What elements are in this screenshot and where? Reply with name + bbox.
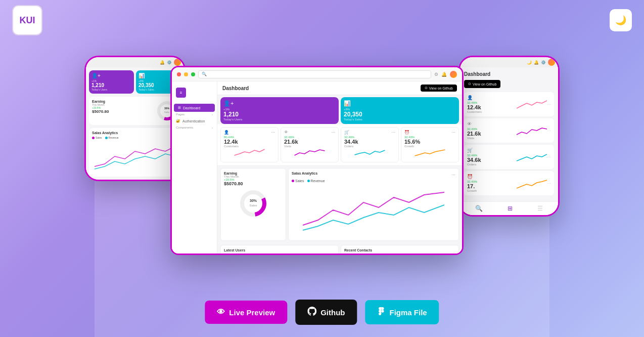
right-visits-wave bbox=[517, 124, 547, 137]
growth-menu[interactable]: ··· bbox=[451, 130, 455, 135]
right-stat-visits-left: 👁 32.40% 21.6k Visits bbox=[467, 121, 517, 140]
avatar-right bbox=[548, 59, 555, 66]
stat-visits: 👁 ··· 32.46% 21.6k Visits bbox=[281, 127, 339, 162]
right-stat-orders: 🛒 32.46% 34.6k Orders ··· bbox=[464, 145, 554, 169]
analytics-menu[interactable]: ··· bbox=[451, 172, 455, 177]
revenue-label: Revenue bbox=[109, 136, 119, 139]
chevron-down-icon-2: › bbox=[212, 126, 213, 129]
earning-card-center: Earning This Month +20.5% $5070.80 30% S… bbox=[220, 168, 286, 241]
browser-bar: 🔍 ⚙ 🔔 bbox=[172, 67, 462, 81]
github-button[interactable]: Github bbox=[295, 300, 357, 325]
center-sales-dot bbox=[292, 180, 294, 182]
right-visits-menu[interactable]: ··· bbox=[547, 128, 551, 133]
right-customers-menu[interactable]: ··· bbox=[547, 102, 551, 107]
sidebar-logo-area: ≡ bbox=[172, 86, 217, 100]
legend-sales: Sales bbox=[92, 136, 102, 139]
right-customers-label: Customers bbox=[467, 110, 517, 113]
github-logo-icon bbox=[307, 307, 316, 318]
stat-orders: 🛒 ··· 32.46% 34.4k Orders bbox=[341, 127, 399, 162]
right-growth-menu[interactable]: ··· bbox=[547, 181, 551, 186]
sales-card-label: Today's Sales bbox=[344, 118, 456, 121]
browser-icon-1: ⚙ bbox=[434, 72, 438, 77]
right-orders-value: 34.6k bbox=[467, 157, 517, 163]
sales-card-icon: 📊 bbox=[344, 100, 456, 107]
right-phone: 🌙 🔔 ⚙️ Dashboard ⊙ View on Github 👤 32.4… bbox=[458, 56, 560, 217]
left-users-label: Today's Users bbox=[91, 88, 131, 91]
visits-wave bbox=[284, 148, 335, 158]
bottom-buttons: 👁 Live Preview Github Figma File bbox=[205, 300, 439, 325]
live-preview-button[interactable]: 👁 Live Preview bbox=[205, 301, 287, 324]
right-stat-growth-left: ⏰ 32.40% 17. Growth bbox=[467, 174, 517, 192]
right-growth-value: 17. bbox=[467, 183, 517, 189]
latest-users-title: Latest Users bbox=[224, 248, 335, 252]
users-card-pct: +1% bbox=[223, 108, 336, 111]
sidebar-pages[interactable]: Pages › bbox=[172, 112, 217, 117]
visits-menu[interactable]: ··· bbox=[331, 130, 335, 135]
left-earning-card: Earning This Month +20.5% $5070.80 30% S… bbox=[89, 97, 181, 125]
sidebar-components-label: Components bbox=[176, 126, 193, 129]
customers-menu[interactable]: ··· bbox=[271, 130, 275, 135]
stat-growth: ⏰ ··· 32.40% 15.6% Growth bbox=[401, 127, 459, 162]
right-view-github-label: View on Github bbox=[473, 82, 496, 86]
sidebar-item-dashboard[interactable]: ⊞ Dashboard bbox=[174, 104, 215, 112]
figma-button[interactable]: Figma File bbox=[365, 300, 439, 324]
sidebar-item-auth[interactable]: 🔐 Authentication bbox=[172, 117, 217, 125]
right-growth-icon: ⏰ bbox=[467, 174, 517, 179]
view-github-button[interactable]: ⊙ View on Github bbox=[421, 85, 457, 92]
right-dash-body: Dashboard ⊙ View on Github 👤 32.46% 12.4… bbox=[460, 67, 558, 201]
left-analytics-chart bbox=[92, 141, 178, 172]
svg-text:Sales: Sales bbox=[249, 204, 257, 207]
dashboard-body: ≡ ⊞ Dashboard Pages › 🔐 Authentication bbox=[172, 81, 462, 254]
sidebar-logo: ≡ bbox=[176, 88, 186, 98]
right-home-icon[interactable]: ⊞ bbox=[508, 205, 513, 212]
left-analytics-card: Salas Analytics Sales Revenue bbox=[89, 128, 181, 177]
right-growth-wave bbox=[517, 177, 547, 190]
left-analytics-title: Salas Analytics bbox=[92, 131, 178, 135]
right-menu-icon[interactable]: ☰ bbox=[537, 205, 543, 212]
browser-avatar bbox=[450, 71, 457, 78]
moon-icon: 🌙 bbox=[615, 15, 626, 26]
recent-contacts-title: Recent Contacts bbox=[344, 248, 455, 252]
right-orders-menu[interactable]: ··· bbox=[547, 154, 551, 159]
right-stat-customers-left: 👤 32.46% 12.4k Customers bbox=[467, 95, 517, 113]
center-revenue-text: Revenue bbox=[311, 179, 325, 183]
center-analytics-chart bbox=[292, 185, 455, 235]
right-stat-orders-left: 🛒 32.46% 34.6k Orders bbox=[467, 148, 517, 166]
figma-label: Figma File bbox=[390, 308, 427, 317]
right-bottom-nav: 🔍 ⊞ ☰ bbox=[460, 201, 558, 215]
right-visits-value: 21.6k bbox=[467, 131, 517, 137]
center-device: 🔍 ⚙ 🔔 ≡ ⊞ Dashboard bbox=[170, 66, 474, 255]
sidebar-components[interactable]: Components › bbox=[172, 125, 217, 130]
dashboard-icon: ⊞ bbox=[178, 106, 181, 110]
right-customers-value: 12.4k bbox=[467, 104, 517, 110]
users-icon: 👤+ bbox=[91, 73, 131, 78]
visits-value: 21.6k bbox=[284, 139, 335, 145]
dashboard-main-header: Dashboard ⊙ View on Github bbox=[217, 81, 462, 95]
right-phone-screen: 🌙 🔔 ⚙️ Dashboard ⊙ View on Github 👤 32.4… bbox=[458, 56, 560, 217]
center-revenue-dot bbox=[307, 180, 310, 182]
earning-amount-center: $5070.80 bbox=[224, 181, 283, 186]
url-bar[interactable]: 🔍 bbox=[198, 70, 431, 78]
right-search-icon[interactable]: 🔍 bbox=[475, 205, 483, 212]
orders-wave bbox=[344, 148, 395, 158]
dashboard-main: Dashboard ⊙ View on Github 👤+ +1% 1,210 … bbox=[217, 81, 462, 254]
visits-icon: 👁 bbox=[284, 130, 288, 135]
sales-card-center: 📊 +8% 20,350 Today's Sales bbox=[341, 97, 459, 124]
user-cards-row: 👤+ +1% 1,210 Today's Users 📊 +8% 20,350 … bbox=[217, 95, 462, 124]
left-phone-cards-row: 👤+ +1% 1,210 Today's Users 📊 +8% 20,350 … bbox=[89, 70, 181, 94]
view-github-label: View on Github bbox=[429, 87, 453, 90]
logo-text: KUI bbox=[20, 15, 35, 26]
left-phone-body: 👤+ +1% 1,210 Today's Users 📊 +8% 20,350 … bbox=[86, 67, 184, 180]
stat-customers: 👤 ··· 80.44% 12.4k Customers bbox=[220, 127, 279, 162]
users-card-icon: 👤+ bbox=[223, 100, 336, 107]
dark-mode-button[interactable]: 🌙 bbox=[610, 9, 632, 31]
center-legend: Sales Revenue bbox=[292, 179, 455, 183]
sales-dot bbox=[92, 137, 95, 139]
orders-menu[interactable]: ··· bbox=[391, 130, 395, 135]
left-users-card: 👤+ +1% 1,210 Today's Users bbox=[89, 70, 134, 94]
chevron-down-icon: › bbox=[212, 113, 213, 116]
auth-icon: 🔐 bbox=[176, 119, 180, 123]
gear-icon-left: ⚙️ bbox=[167, 60, 172, 65]
content-row: Earning This Month +20.5% $5070.80 30% S… bbox=[217, 166, 462, 243]
right-dash-title: Dashboard bbox=[464, 71, 554, 77]
